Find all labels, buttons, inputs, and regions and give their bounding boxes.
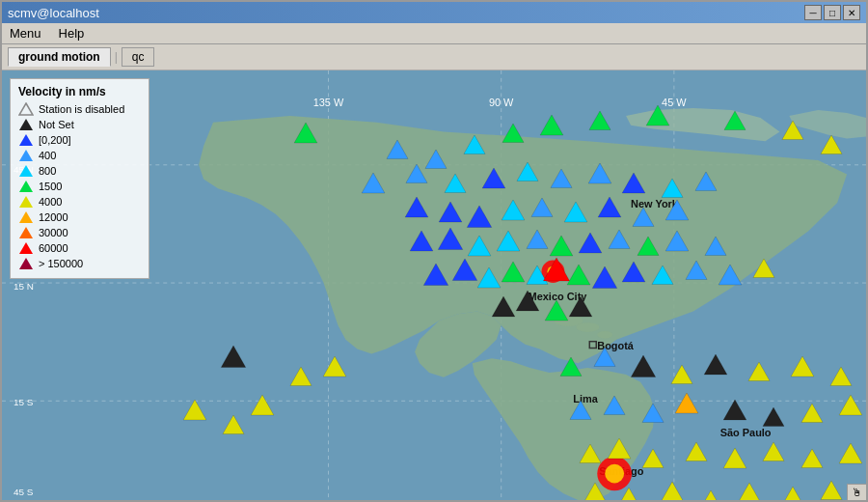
maximize-button[interactable]: □ — [824, 5, 841, 20]
svg-text:Lima: Lima — [573, 393, 599, 404]
legend-item-disabled: Station is disabled — [18, 102, 141, 116]
menu-item-menu[interactable]: Menu — [6, 25, 45, 42]
svg-marker-35 — [19, 211, 33, 223]
svg-marker-30 — [19, 134, 33, 146]
legend-label-60000: 60000 — [39, 242, 68, 254]
legend-label-200: [0,200] — [39, 134, 71, 146]
legend: Velocity in nm/s Station is disabled Not… — [10, 78, 149, 279]
legend-item-1500: 1500 — [18, 180, 141, 193]
svg-point-9 — [597, 331, 612, 339]
svg-marker-29 — [19, 119, 33, 130]
window-controls: ─ □ ✕ — [804, 5, 860, 20]
window-title: scmv@localhost — [8, 6, 99, 20]
menu-bar: Menu Help — [2, 23, 866, 44]
svg-marker-28 — [19, 103, 33, 115]
minimize-button[interactable]: ─ — [804, 5, 822, 20]
svg-text:45 S: 45 S — [14, 487, 34, 497]
svg-text:90 W: 90 W — [489, 97, 514, 108]
legend-item-800: 800 — [18, 164, 141, 178]
toolbar: ground motion | qc — [2, 44, 866, 70]
svg-marker-36 — [19, 227, 33, 238]
map-container: 135 W 90 W 45 W 45 N 15 N 15 S 45 S New … — [2, 70, 866, 500]
svg-text:15 S: 15 S — [14, 397, 34, 407]
legend-label-400: 400 — [39, 150, 56, 161]
legend-label-12000: 12000 — [39, 211, 68, 223]
legend-label-disabled: Station is disabled — [39, 103, 124, 115]
svg-text:New York: New York — [631, 198, 679, 209]
legend-title: Velocity in nm/s — [18, 85, 141, 98]
title-bar: scmv@localhost ─ □ ✕ — [2, 2, 866, 23]
tab-separator: | — [115, 50, 118, 64]
legend-label-150000: > 150000 — [39, 258, 83, 269]
legend-label-1500: 1500 — [39, 181, 62, 192]
legend-item-400: 400 — [18, 149, 141, 162]
svg-marker-34 — [19, 196, 33, 208]
status-icon: 🖱 — [852, 487, 862, 498]
svg-marker-37 — [19, 242, 33, 254]
close-button[interactable]: ✕ — [843, 5, 860, 20]
legend-label-notset: Not Set — [39, 119, 74, 130]
svg-marker-33 — [19, 181, 33, 192]
tab-ground-motion[interactable]: ground motion — [8, 47, 111, 67]
svg-marker-31 — [19, 150, 33, 161]
svg-text:São Paulo: São Paulo — [720, 428, 772, 439]
svg-point-25 — [605, 464, 624, 484]
tab-qc[interactable]: qc — [122, 47, 155, 67]
svg-text:15 N: 15 N — [14, 281, 34, 292]
legend-item-60000: 60000 — [18, 241, 141, 255]
svg-point-27 — [547, 265, 558, 277]
legend-item-12000: 12000 — [18, 210, 141, 224]
svg-text:Bogotá: Bogotá — [597, 340, 635, 351]
status-bar: 🖱 — [847, 484, 866, 500]
svg-point-8 — [576, 322, 599, 332]
menu-item-help[interactable]: Help — [55, 25, 89, 42]
svg-marker-38 — [19, 258, 33, 269]
legend-item-150000: > 150000 — [18, 257, 141, 270]
legend-item-4000: 4000 — [18, 195, 141, 209]
legend-item-30000: 30000 — [18, 226, 141, 239]
legend-item-200: [0,200] — [18, 133, 141, 147]
svg-text:45 W: 45 W — [662, 97, 687, 108]
legend-label-4000: 4000 — [39, 196, 62, 208]
main-window: scmv@localhost ─ □ ✕ Menu Help ground mo… — [0, 0, 868, 502]
legend-item-notset: Not Set — [18, 118, 141, 131]
svg-text:Mexico City: Mexico City — [529, 291, 587, 302]
svg-marker-32 — [19, 165, 33, 177]
svg-text:135 W: 135 W — [313, 97, 344, 108]
legend-label-800: 800 — [39, 165, 56, 177]
legend-label-30000: 30000 — [39, 227, 68, 238]
